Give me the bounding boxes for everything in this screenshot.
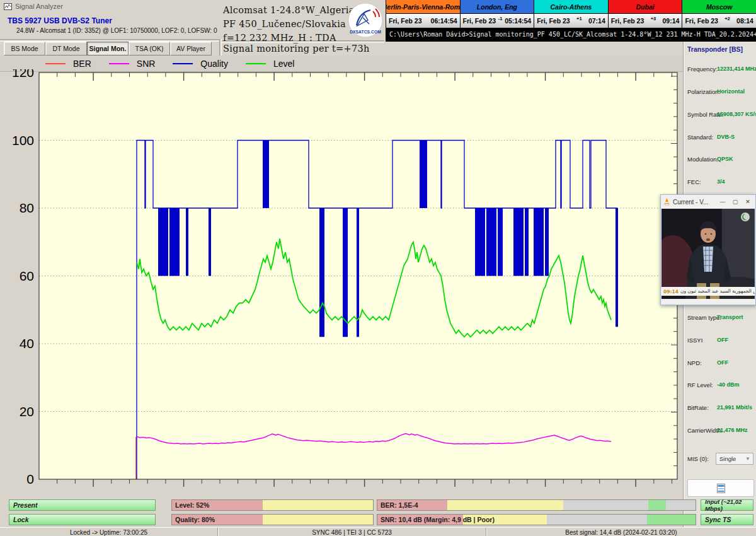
input-bitrate-indicator: Input (~21,02 Mbps): [701, 499, 753, 511]
clock-date: Fri, Feb 23: [463, 17, 496, 25]
legend-item-ber: BER: [45, 59, 91, 69]
signal-analyzer-app: { "window": { "title": "Signal Analyzer"…: [0, 0, 756, 536]
console-prompt: C:\Users\Roman Dávid>Signal monitoring_P…: [386, 28, 756, 42]
field-value: QPSK: [717, 156, 733, 162]
close-button[interactable]: ✕: [743, 197, 753, 207]
tp-row-symbol-rate: Symbol Rate:15908,307 KS/s: [684, 111, 756, 120]
clock-date: Fri, Feb 23: [537, 17, 570, 25]
vlc-video-frame[interactable]: 09:14 بن المبدين الشايبين ۞ رئيس الجمهور…: [662, 209, 755, 299]
tab-label: DT Mode: [53, 45, 80, 52]
svg-text:20: 20: [20, 404, 34, 419]
tp-row-polarization: Polarization:Horizontal: [684, 88, 756, 97]
tab-bs-mode[interactable]: BS Mode: [4, 42, 45, 55]
mis-label: MIS (0):: [687, 455, 709, 462]
app-icon: [4, 3, 12, 11]
clock-time: Fri, Feb 23 06:14:54: [386, 14, 460, 28]
field-value: Transport: [717, 314, 743, 320]
tab-tsa[interactable]: TSA (OK): [129, 42, 170, 55]
status-lock-uptime: Locked -> Uptime: 73:00:25: [0, 528, 218, 536]
field-value: 12231,414 MHz: [717, 66, 756, 72]
tp-row-npd: NPD:OFF: [684, 359, 756, 368]
header-site: PF 450_Lučenec/Slovakia: [223, 19, 346, 29]
ber-meter: BER: 1,5E-4: [377, 499, 696, 511]
present-indicator: Present: [9, 499, 156, 511]
clock-value: 09:14: [663, 17, 680, 25]
window-title: Signal Analyzer: [15, 3, 63, 10]
tp-row-fec: FEC:3/4: [684, 178, 756, 187]
tab-av-player[interactable]: AV Player: [170, 42, 212, 55]
meter-fill: [377, 500, 696, 510]
level-line-swatch: [246, 63, 266, 64]
legend-label: Level: [273, 59, 294, 69]
clock-berlin: Berlin-Paris-Vienna-Roma Fri, Feb 23 06:…: [386, 0, 461, 28]
ber-line-swatch: [45, 63, 66, 64]
clock-date: Fri, Feb 23: [685, 17, 718, 25]
tab-label: Signal Mon.: [89, 45, 127, 52]
meter-segment-green: [648, 500, 666, 510]
clock-city: Dubai: [609, 0, 682, 14]
tab-signal-mon[interactable]: Signal Mon.: [87, 42, 129, 55]
clock-value: 07:14: [588, 17, 605, 25]
field-label: RF Level:: [687, 382, 713, 388]
sync-label: Sync TS: [705, 516, 731, 523]
legend-label: Quality: [200, 59, 228, 69]
tab-label: TSA (OK): [135, 45, 164, 52]
tp-row-modulation: Modulation:QPSK: [684, 156, 756, 165]
snr-line-swatch: [109, 63, 129, 64]
minimize-button[interactable]: —: [718, 197, 728, 207]
tp-row-bitrate: BitRate:21,991 Mbit/s: [684, 404, 756, 413]
quality-meter: Quality: 80%: [171, 514, 374, 525]
clock-value: 05:14:54: [505, 17, 531, 25]
meter-segment-gray: [666, 500, 696, 510]
mis-value: Single: [719, 455, 736, 462]
meter-segment-green: [647, 515, 696, 525]
field-label: ISSYI: [687, 337, 702, 344]
signal-monitoring-chart: 020406080100120: [0, 69, 684, 498]
quality-meter-label: Quality: 80%: [175, 515, 215, 525]
header-frequency: f=12 232 MHz_H : TDA: [223, 33, 336, 43]
meter-segment-yellow: [263, 515, 373, 525]
meter-segment-gray: [547, 515, 648, 525]
logo-text: DXSATCS.COM: [350, 30, 381, 34]
meter-segment-yellow: [263, 500, 373, 510]
mis-dropdown[interactable]: Single ▼: [716, 453, 753, 465]
field-label: Modulation:: [687, 156, 718, 163]
field-label: FEC:: [687, 178, 701, 185]
clock-offset: +2: [718, 16, 736, 21]
clock-value: 08:14: [736, 17, 753, 25]
maximize-button[interactable]: ▢: [730, 197, 740, 207]
ts-view-button[interactable]: [687, 479, 754, 497]
tab-dt-mode[interactable]: DT Mode: [45, 42, 87, 55]
tuner-name: TBS 5927 USB DVB-S2 Tuner: [8, 16, 112, 25]
field-value: OFF: [717, 337, 728, 343]
legend-item-snr: SNR: [109, 59, 156, 69]
input-label: Input (~21,02 Mbps): [705, 498, 753, 512]
legend-label: BER: [73, 59, 91, 69]
svg-text:40: 40: [20, 336, 34, 351]
svg-text:100: 100: [12, 133, 34, 148]
status-best-signal: Best signal: 14,4 dB (2024-02-21 03:20): [486, 528, 756, 536]
ticker-text: بن المبدين الشايبين ۞ رئيس الجمهورية الس…: [680, 288, 755, 294]
vlc-window-title: Current - V...: [673, 199, 715, 206]
vlc-player-window[interactable]: Current - V... — ▢ ✕: [660, 194, 756, 305]
tp-row-rf-level: RF Level:-40 dBm: [684, 382, 756, 390]
clock-city: Moscow: [682, 0, 756, 14]
lock-indicator: Lock: [9, 514, 156, 525]
field-value: 15908,307 KS/s: [717, 111, 756, 117]
world-clocks: Berlin-Paris-Vienna-Roma Fri, Feb 23 06:…: [386, 0, 756, 28]
clock-city: Cairo-Athens: [534, 0, 608, 14]
field-label: NPD:: [687, 359, 702, 366]
snr-meter-label: SNR: 10,4 dB (Margin: 4,9 dB | Poor): [381, 515, 495, 525]
tp-row-stream-type: Stream type:Transport: [684, 314, 756, 323]
header-satellite: Alcomsat 1-24.8°W_Algeria: [223, 5, 355, 15]
clock-offset: +1: [570, 16, 588, 21]
svg-text:120: 120: [12, 69, 34, 79]
vlc-titlebar[interactable]: Current - V... — ▢ ✕: [661, 195, 755, 209]
chart-canvas: 020406080100120: [0, 69, 684, 498]
clock-city: Berlin-Paris-Vienna-Roma: [386, 0, 460, 14]
tab-label: AV Player: [176, 45, 205, 52]
clock-date: Fri, Feb 23: [611, 17, 644, 25]
field-value: OFF: [717, 359, 728, 366]
field-label: Frequency:: [687, 66, 718, 73]
clock-offset: -1: [496, 16, 505, 21]
